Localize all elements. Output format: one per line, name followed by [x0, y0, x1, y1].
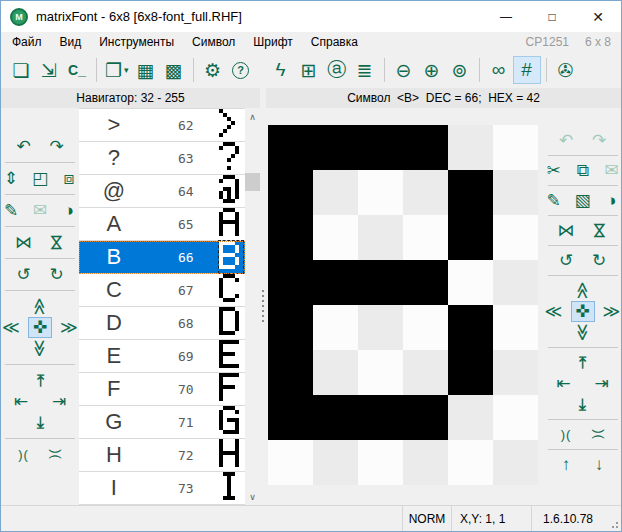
right-align-bottom-button[interactable]: ⇥ — [571, 394, 595, 415]
scroll-down-icon[interactable]: ∨ — [245, 489, 260, 504]
right-shift-right-button[interactable]: ≫ — [600, 301, 622, 322]
minimize-button[interactable]: — — [483, 1, 529, 32]
right-squeeze-v-button[interactable]: )( — [587, 424, 611, 445]
save-as-button[interactable]: ▩ — [160, 56, 188, 84]
char-list-item[interactable]: A 65 — [79, 208, 245, 241]
left-squeeze-v-button[interactable]: )( — [45, 444, 69, 465]
right-invert-button[interactable]: ◑ — [600, 190, 622, 211]
cut-button[interactable]: ✂ — [542, 160, 566, 181]
right-squeeze-h-button[interactable]: )( — [554, 424, 578, 445]
left-squeeze-h-button[interactable]: )( — [12, 444, 36, 465]
import-image-button[interactable]: ▧ — [571, 190, 595, 211]
scroll-up-icon[interactable]: ∧ — [245, 109, 260, 124]
next-char-button[interactable]: ↓ — [587, 454, 611, 475]
right-redo-button[interactable]: ↷ — [587, 130, 611, 151]
code-view-button[interactable]: ≣ — [351, 56, 379, 84]
right-move-mode-button[interactable]: ✜ — [571, 301, 595, 322]
prev-char-button[interactable]: ↑ — [554, 454, 578, 475]
help-button[interactable]: ? — [227, 56, 255, 84]
left-undo-button[interactable]: ↶ — [12, 136, 36, 157]
scrollbar-thumb[interactable] — [245, 173, 260, 191]
char-list-item[interactable]: @ 64 — [79, 175, 245, 208]
new-from-code-button[interactable]: C_ — [63, 56, 91, 84]
right-align-top-button[interactable]: ⇥ — [571, 352, 595, 373]
char-map-button[interactable]: ⊞ — [295, 56, 323, 84]
right-rotate-cw-button[interactable]: ↻ — [587, 250, 611, 271]
zoom-in-button[interactable]: ⊕ — [418, 56, 446, 84]
char-list-item[interactable]: B 66 — [79, 241, 245, 274]
left-align-bottom-button[interactable]: ⇥ — [28, 412, 52, 433]
left-move-mode-button[interactable]: ✜ — [28, 317, 52, 338]
right-flip-v-button[interactable]: ⋈ — [587, 220, 611, 241]
close-button[interactable]: ✕ — [575, 1, 621, 32]
left-rotate-ccw-button[interactable]: ↺ — [12, 264, 36, 285]
left-align-left-button[interactable]: ⇤ — [9, 391, 33, 412]
char-height-button[interactable]: ⇕ — [0, 168, 23, 189]
zoom-fit-button[interactable]: ⊚ — [446, 56, 474, 84]
right-undo-button[interactable]: ↶ — [554, 130, 578, 151]
right-shift-down-button[interactable]: ≫ — [571, 322, 595, 343]
left-shift-right-button[interactable]: ≫ — [57, 317, 81, 338]
sidebar-divider — [5, 290, 75, 291]
generate-button[interactable]: ϟ — [267, 56, 295, 84]
resize-grip-icon[interactable] — [604, 506, 621, 531]
left-rotate-cw-button[interactable]: ↻ — [45, 264, 69, 285]
left-flip-v-button[interactable]: ⋈ — [45, 232, 69, 253]
menu-help[interactable]: Справка — [302, 35, 367, 49]
right-align-right-button[interactable]: ⇥ — [590, 373, 614, 394]
new-font-button[interactable]: ❏ — [7, 56, 35, 84]
char-list-item[interactable]: > 62 — [79, 109, 245, 142]
left-align-top-button[interactable]: ⇥ — [28, 370, 52, 391]
open-font-button[interactable]: ❐▾ — [102, 56, 132, 84]
canvas-size-button[interactable]: ⧈ — [57, 168, 81, 189]
pixel-canvas[interactable] — [268, 125, 538, 485]
left-paste-button[interactable]: ✉ — [28, 200, 52, 221]
letter-a-box-icon: ⓐ — [327, 57, 346, 83]
menu-font[interactable]: Шрифт — [244, 35, 301, 49]
right-brush-button[interactable]: ✎ — [542, 190, 566, 211]
right-shift-left-button[interactable]: ≪ — [542, 301, 566, 322]
right-shift-up-button[interactable]: ≪ — [571, 280, 595, 301]
char-list-item[interactable]: H 72 — [79, 439, 245, 472]
char-list-item[interactable]: D 68 — [79, 307, 245, 340]
right-rotate-ccw-button[interactable]: ↺ — [554, 250, 578, 271]
left-redo-button[interactable]: ↷ — [45, 136, 69, 157]
menu-view[interactable]: Вид — [51, 35, 91, 49]
link-button[interactable]: ✇ — [552, 56, 580, 84]
char-list[interactable]: > 62 ? 63 @ 64 A 65 B 66 C 67 D 68 E 69 — [79, 108, 245, 505]
crop-button[interactable]: ◰ — [28, 168, 52, 189]
zoom-fit-icon: ⊚ — [452, 59, 468, 82]
left-flip-h-button[interactable]: ⋈ — [12, 232, 36, 253]
preview-text-button[interactable]: ⓐ — [323, 56, 351, 84]
char-list-item[interactable]: E 69 — [79, 340, 245, 373]
left-align-right-button[interactable]: ⇥ — [47, 391, 71, 412]
char-list-item[interactable]: I 73 — [79, 472, 245, 505]
right-paste-button[interactable]: ✉ — [600, 160, 622, 181]
status-version: 1.6.10.78 — [532, 506, 604, 531]
list-scrollbar[interactable]: ∧ ∨ — [245, 108, 260, 505]
left-shift-left-button[interactable]: ≪ — [0, 317, 23, 338]
settings-button[interactable]: ⚙ — [199, 56, 227, 84]
left-invert-button[interactable]: ◑ — [57, 200, 81, 221]
save-font-button[interactable]: ▦ — [132, 56, 160, 84]
char-list-item[interactable]: C 67 — [79, 274, 245, 307]
copy-button[interactable]: ⧉ — [571, 160, 595, 181]
menu-symbol[interactable]: Символ — [183, 35, 244, 49]
char-list-item[interactable]: G 71 — [79, 406, 245, 439]
char-list-item[interactable]: ? 63 — [79, 142, 245, 175]
right-flip-h-button[interactable]: ⋈ — [554, 220, 578, 241]
maximize-button[interactable]: □ — [529, 1, 575, 32]
right-align-left-button[interactable]: ⇤ — [552, 373, 576, 394]
find-button[interactable]: ∞ — [485, 56, 513, 84]
left-shift-up-button[interactable]: ≪ — [28, 296, 52, 317]
left-brush-button[interactable]: ✎ — [0, 200, 23, 221]
menu-tools[interactable]: Инструменты — [90, 35, 183, 49]
menu-file[interactable]: Файл — [3, 35, 51, 49]
left-shift-down-button[interactable]: ≫ — [28, 338, 52, 359]
import-font-button[interactable]: ⇲ — [35, 56, 63, 84]
grid-toggle-button[interactable]: # — [513, 56, 541, 84]
zoom-out-button[interactable]: ⊖ — [390, 56, 418, 84]
shift-up-icon: ≪ — [29, 298, 50, 316]
char-list-item[interactable]: F 70 — [79, 373, 245, 406]
open-dropdown-icon[interactable]: ▾ — [124, 65, 129, 75]
